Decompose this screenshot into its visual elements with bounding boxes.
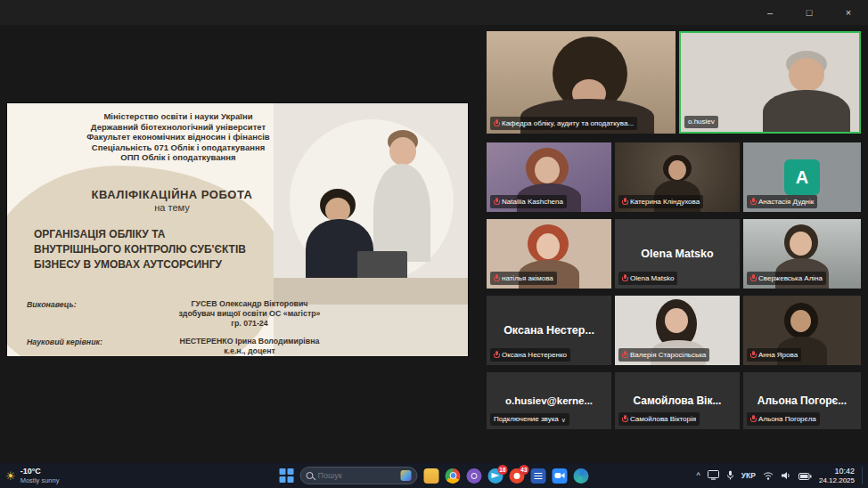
video-tile[interactable]: Катерина Кліндухова bbox=[615, 142, 740, 212]
taskbar: ☀ -10°C Mostly sunny 16 43 bbox=[0, 463, 868, 488]
document-icon[interactable] bbox=[531, 468, 546, 484]
search-input[interactable] bbox=[318, 471, 397, 480]
notification-badge: 16 bbox=[497, 465, 507, 475]
maximize-button[interactable]: □ bbox=[790, 0, 829, 25]
mic-muted-icon bbox=[750, 274, 756, 282]
wifi-icon[interactable] bbox=[763, 468, 774, 484]
search-icon bbox=[307, 472, 314, 479]
meeting-window: – □ × Міністерство осві bbox=[0, 0, 868, 488]
work-subtitle: на тему bbox=[25, 202, 319, 213]
battery-icon[interactable] bbox=[798, 468, 812, 484]
advisor-value: НЕСТЕРЕНКО Ірина Володимирівна к.е.н., д… bbox=[148, 337, 351, 356]
video-tile[interactable]: Olena Matsko Olena Matsko bbox=[615, 219, 740, 289]
video-tile[interactable]: Свержевська Аліна bbox=[743, 219, 861, 289]
clock[interactable]: 10:42 24.12.2025 bbox=[819, 468, 855, 484]
weather-temp: -10°C bbox=[20, 467, 60, 476]
participant-label: натілья акімова bbox=[490, 272, 557, 285]
weather-condition: Mostly sunny bbox=[20, 476, 60, 484]
search-box[interactable] bbox=[300, 467, 418, 484]
executor-label: Виконавець: bbox=[27, 300, 77, 309]
mic-muted-icon bbox=[622, 274, 627, 282]
presentation-slide: Міністерство освіти і науки України Держ… bbox=[7, 103, 468, 356]
language-indicator[interactable]: УКР bbox=[741, 471, 756, 480]
participant-label: Анастасія Дуднік bbox=[747, 195, 817, 208]
video-tile-active-speaker[interactable]: o.husiev bbox=[679, 31, 861, 134]
tray-overflow-chevron-icon[interactable]: ^ bbox=[697, 471, 700, 480]
video-tile[interactable]: Анна Ярова bbox=[743, 296, 861, 365]
mic-muted-icon bbox=[750, 415, 756, 423]
participant-label: o.husiev bbox=[684, 116, 718, 128]
search-highlight-icon bbox=[401, 470, 412, 481]
video-tile-self[interactable]: o.husiev@kerne... Подключение звука ∨ bbox=[487, 372, 611, 429]
close-button[interactable]: × bbox=[829, 0, 868, 25]
zoom-icon[interactable] bbox=[553, 468, 568, 484]
participant-label: Анна Ярова bbox=[747, 348, 801, 362]
microphone-icon[interactable] bbox=[726, 468, 734, 484]
folder-icon[interactable] bbox=[424, 468, 439, 484]
mic-muted-icon bbox=[494, 351, 499, 359]
slide-header: Міністерство освіти і науки України Держ… bbox=[7, 111, 349, 163]
participant-label: Кафедра обліку, аудиту та оподаткува... bbox=[490, 117, 637, 130]
browser-icon[interactable]: 43 bbox=[510, 468, 525, 484]
weather-widget[interactable]: ☀ -10°C Mostly sunny bbox=[5, 463, 59, 488]
mic-muted-icon bbox=[494, 119, 499, 127]
video-tile[interactable]: Валерія Старосільська bbox=[615, 296, 740, 365]
participant-label: Nataliia Kashchena bbox=[490, 195, 567, 208]
video-tile[interactable]: Альона Погорє... Альона Погорєла bbox=[743, 372, 861, 429]
tray-time: 10:42 bbox=[834, 468, 855, 476]
participant-label: Валерія Старосільська bbox=[618, 348, 709, 362]
notification-badge: 43 bbox=[519, 465, 528, 475]
video-tile[interactable]: Самойлова Вік... Самойлова Вікторія bbox=[615, 372, 740, 429]
video-tile[interactable]: Nataliia Kashchena bbox=[487, 142, 611, 212]
mic-muted-icon bbox=[750, 198, 756, 206]
participant-label: Альона Погорєла bbox=[747, 412, 820, 426]
window-titlebar: – □ × bbox=[0, 0, 868, 25]
volume-icon[interactable] bbox=[781, 468, 791, 484]
edge-icon[interactable] bbox=[574, 468, 589, 484]
participant-label: Катерина Кліндухова bbox=[618, 195, 703, 208]
start-button[interactable] bbox=[280, 468, 294, 483]
tray-date: 24.12.2025 bbox=[819, 477, 855, 484]
taskbar-center: 16 43 bbox=[280, 463, 589, 488]
avatar: А bbox=[784, 159, 820, 195]
show-desktop-button[interactable] bbox=[862, 467, 864, 484]
thesis-title: ОРГАНІЗАЦІЯ ОБЛІКУ ТА ВНУТРІШНЬОГО КОНТР… bbox=[34, 227, 328, 272]
executor-value: ГУСЕВ Олександр Вікторович здобувач вищо… bbox=[148, 299, 351, 329]
chevron-down-icon: ∨ bbox=[561, 417, 566, 423]
mic-muted-icon bbox=[622, 415, 627, 423]
sun-icon: ☀ bbox=[5, 470, 16, 482]
cast-icon[interactable] bbox=[708, 468, 719, 484]
viber-icon[interactable] bbox=[467, 468, 482, 484]
system-tray: ^ УКР 10:42 24.12.2025 bbox=[697, 463, 864, 488]
video-tile[interactable]: А Анастасія Дуднік bbox=[743, 142, 861, 212]
participant-label: Olena Matsko bbox=[618, 272, 677, 285]
telegram-icon[interactable]: 16 bbox=[488, 468, 504, 484]
video-tile[interactable]: Оксана Нестер... Оксана Нестеренко bbox=[487, 296, 611, 365]
mic-muted-icon bbox=[494, 198, 499, 206]
connect-audio-button[interactable]: Подключение звука ∨ bbox=[490, 413, 569, 426]
video-tile[interactable]: натілья акімова bbox=[487, 219, 611, 289]
advisor-label: Науковий керівник: bbox=[27, 338, 102, 346]
participant-label: Самойлова Вікторія bbox=[618, 412, 700, 426]
video-tile[interactable]: Кафедра обліку, аудиту та оподаткува... bbox=[487, 31, 676, 134]
chrome-icon[interactable] bbox=[446, 468, 461, 484]
participant-label: Свержевська Аліна bbox=[747, 272, 826, 285]
mic-muted-icon bbox=[622, 198, 627, 206]
mic-muted-icon bbox=[622, 351, 627, 359]
participant-label: Оксана Нестеренко bbox=[490, 348, 570, 362]
minimize-button[interactable]: – bbox=[750, 0, 790, 25]
mic-muted-icon bbox=[494, 274, 499, 282]
mic-muted-icon bbox=[750, 351, 756, 359]
work-type: КВАЛІФІКАЦІЙНА РОБОТА bbox=[25, 188, 319, 201]
